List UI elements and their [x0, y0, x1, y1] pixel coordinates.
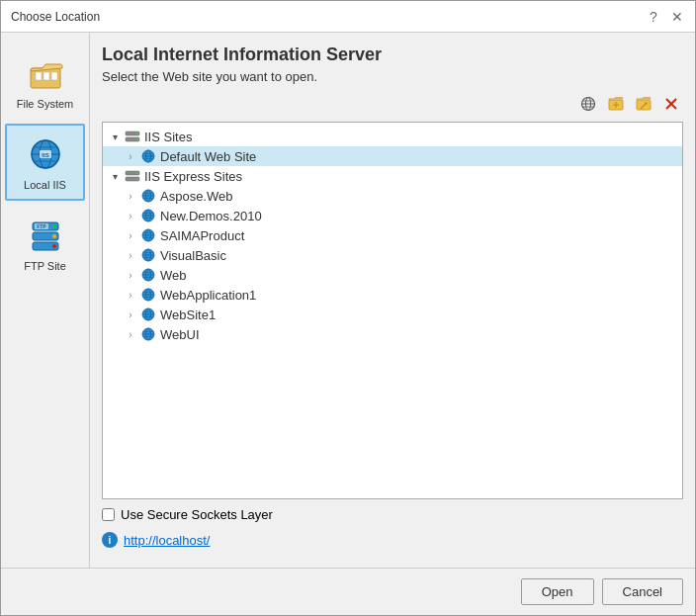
svg-point-43: [136, 178, 138, 180]
svg-rect-2: [44, 72, 49, 80]
url-row: i http://localhost/: [102, 528, 683, 552]
bottom-section: Use Secure Sockets Layer i http://localh…: [102, 499, 683, 556]
folder2-toolbar-btn[interactable]: [632, 92, 655, 116]
site-tree[interactable]: ▾ IIS Sites› Default Web Site▾ IIS Expre…: [102, 122, 683, 499]
svg-rect-28: [637, 100, 651, 110]
tree-item-default-web-site[interactable]: › Default Web Site: [103, 146, 682, 166]
delete-toolbar-btn[interactable]: [659, 92, 683, 116]
info-icon: i: [102, 532, 118, 548]
cancel-button[interactable]: Cancel: [602, 578, 683, 605]
sidebar-item-file-system[interactable]: File System: [5, 43, 85, 120]
tree-label-default-web-site: Default Web Site: [160, 149, 256, 164]
tree-label-iis-express-sites: IIS Express Sites: [144, 169, 242, 184]
tree-icon-saima-product: [140, 227, 156, 243]
tree-label-visual-basic: VisualBasic: [160, 248, 226, 263]
tree-item-web-application1[interactable]: › WebApplication1: [103, 285, 682, 305]
title-bar: Choose Location ? ✕: [1, 1, 695, 33]
sidebar: File System IIS: [1, 33, 90, 568]
tree-icon-visual-basic: [140, 247, 156, 263]
tree-label-web-ui: WebUI: [160, 327, 200, 342]
tree-item-web-ui[interactable]: › WebUI: [103, 324, 682, 344]
tree-item-website1[interactable]: › WebSite1: [103, 305, 682, 324]
file-system-icon: [25, 52, 66, 94]
dialog-title: Choose Location: [11, 10, 100, 24]
close-button[interactable]: ✕: [669, 9, 685, 25]
folder-toolbar-btn[interactable]: [604, 92, 628, 116]
svg-point-16: [52, 234, 56, 238]
svg-rect-1: [36, 72, 42, 80]
tree-icon-default-web-site: [140, 148, 156, 164]
dialog-footer: Open Cancel: [1, 568, 695, 615]
tree-icon-web-ui: [140, 326, 156, 342]
open-button[interactable]: Open: [521, 578, 594, 605]
tree-expand-iis-express-sites[interactable]: ▾: [107, 168, 123, 184]
ftp-site-label: FTP Site: [24, 260, 66, 272]
tree-label-saima-product: SAIMAProduct: [160, 228, 244, 243]
tree-expand-web-ui[interactable]: ›: [123, 326, 138, 342]
globe-toolbar-btn[interactable]: [576, 92, 600, 116]
dialog: Choose Location ? ✕: [0, 0, 696, 616]
tree-label-aspose-web: Aspose.Web: [160, 189, 232, 204]
svg-point-33: [136, 132, 138, 134]
ftp-site-icon: FTP: [25, 215, 66, 256]
dialog-body: File System IIS: [1, 33, 695, 568]
tree-expand-iis-sites[interactable]: ▾: [107, 129, 123, 144]
ssl-checkbox-row: Use Secure Sockets Layer: [102, 507, 683, 522]
ssl-checkbox[interactable]: [102, 508, 115, 521]
url-link[interactable]: http://localhost/: [124, 533, 210, 548]
tree-expand-saima-product[interactable]: ›: [123, 227, 138, 243]
tree-label-new-demos-2010: New.Demos.2010: [160, 209, 262, 223]
svg-point-34: [136, 138, 138, 140]
tree-label-iis-sites: IIS Sites: [144, 130, 192, 144]
sidebar-item-local-iis[interactable]: IIS Local IIS: [5, 124, 85, 201]
tree-expand-new-demos-2010[interactable]: ›: [123, 208, 138, 223]
tree-label-web-application1: WebApplication1: [160, 288, 256, 303]
tree-icon-iis-express-sites: [125, 168, 140, 184]
tree-label-web: Web: [160, 268, 187, 283]
tree-item-iis-express-sites[interactable]: ▾ IIS Express Sites: [103, 166, 682, 186]
tree-icon-new-demos-2010: [140, 208, 156, 223]
tree-item-iis-sites[interactable]: ▾ IIS Sites: [103, 127, 682, 146]
svg-point-15: [52, 224, 56, 228]
tree-expand-web-application1[interactable]: ›: [123, 287, 138, 303]
tree-item-new-demos-2010[interactable]: › New.Demos.2010: [103, 206, 682, 225]
svg-point-17: [52, 244, 56, 248]
tree-toolbar: [102, 92, 683, 116]
svg-text:IIS: IIS: [42, 152, 48, 158]
title-bar-controls: ? ✕: [646, 9, 685, 25]
tree-item-visual-basic[interactable]: › VisualBasic: [103, 245, 682, 265]
tree-item-saima-product[interactable]: › SAIMAProduct: [103, 225, 682, 245]
section-subtitle: Select the Web site you want to open.: [102, 69, 683, 84]
tree-item-aspose-web[interactable]: › Aspose.Web: [103, 186, 682, 206]
main-panel: Local Internet Information Server Select…: [90, 33, 695, 568]
tree-icon-web: [140, 267, 156, 283]
tree-icon-website1: [140, 307, 156, 322]
tree-icon-web-application1: [140, 287, 156, 303]
file-system-label: File System: [17, 98, 73, 110]
tree-expand-website1[interactable]: ›: [123, 307, 138, 322]
tree-icon-aspose-web: [140, 188, 156, 204]
tree-expand-default-web-site[interactable]: ›: [123, 148, 138, 164]
svg-point-42: [136, 172, 138, 174]
local-iis-icon: IIS: [25, 133, 66, 175]
tree-expand-visual-basic[interactable]: ›: [123, 247, 138, 263]
tree-expand-aspose-web[interactable]: ›: [123, 188, 138, 204]
ssl-label[interactable]: Use Secure Sockets Layer: [121, 507, 273, 522]
sidebar-item-ftp-site[interactable]: FTP FTP Site: [5, 205, 85, 282]
local-iis-label: Local IIS: [24, 179, 66, 191]
svg-text:FTP: FTP: [37, 223, 46, 229]
tree-item-web[interactable]: › Web: [103, 265, 682, 285]
section-title: Local Internet Information Server: [102, 44, 683, 65]
tree-label-website1: WebSite1: [160, 308, 216, 322]
tree-icon-iis-sites: [125, 129, 140, 144]
tree-expand-web[interactable]: ›: [123, 267, 138, 283]
svg-rect-3: [51, 72, 57, 80]
help-button[interactable]: ?: [646, 9, 661, 25]
